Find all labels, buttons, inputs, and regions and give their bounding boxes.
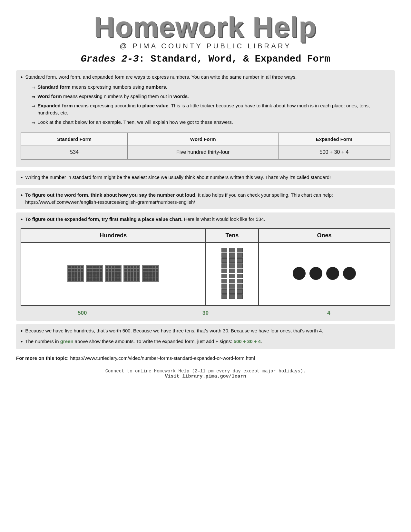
intro-section: • Standard form, word form, and expanded… (16, 70, 395, 167)
sub-text-2: Word form means expressing numbers by sp… (37, 93, 189, 100)
col-hundreds: Hundreds (21, 229, 206, 242)
bullet-dot: • (21, 74, 23, 82)
standard-form-section: • Writing the number in standard form mi… (16, 171, 395, 185)
arrow-icon-2: ⇒ (32, 94, 35, 100)
hundred-block-1 (67, 265, 84, 282)
tens-rods (209, 248, 255, 299)
hundreds-blocks (24, 265, 202, 282)
sub-text-3: Expanded form means expressing according… (37, 102, 390, 117)
table-row: 534 Five hundred thirty-four 500 + 30 + … (21, 145, 390, 159)
tens-cell (206, 242, 259, 306)
ten-rod-1 (221, 248, 227, 299)
place-header-row: Hundreds Tens Ones (21, 229, 390, 242)
footer: Connect to online Homework Help (2–11 pm… (16, 369, 395, 379)
bullet-dot-3: • (21, 192, 23, 200)
ones-dots (262, 267, 387, 280)
col-standard-form: Standard Form (21, 133, 128, 145)
main-title: Homework Help (16, 13, 395, 41)
standard-text: Writing the number in standard form migh… (25, 174, 390, 181)
ones-value: 4 (267, 309, 390, 318)
one-dot-4 (343, 267, 356, 280)
more-info-section: For more on this topic: https://www.turt… (16, 354, 395, 362)
intro-text: Standard form, word form, and expanded f… (25, 74, 390, 128)
one-dot-2 (309, 267, 322, 280)
more-info-url: https://www.turtlediary.com/video/number… (70, 355, 255, 361)
grades-label: Grades 2-3 (81, 54, 139, 64)
bottom-bullet-1: • Because we have five hundreds, that's … (21, 327, 390, 335)
sub-text-1: Standard form means expressing numbers u… (37, 84, 167, 91)
sub-bullet-3: ⇒ Expanded form means expressing accordi… (32, 102, 390, 117)
bottom-bullets-section: • Because we have five hundreds, that's … (16, 324, 395, 349)
col-tens: Tens (206, 229, 259, 242)
word-form-section: • To figure out the word form, think abo… (16, 188, 395, 209)
table-header-row: Standard Form Word Form Expanded Form (21, 133, 390, 145)
green-text: green (60, 339, 73, 344)
hundred-block-5 (142, 265, 159, 282)
ten-rod-3 (237, 248, 243, 299)
ten-rod-2 (229, 248, 235, 299)
bottom-text-2: The numbers in green above show these am… (25, 338, 390, 345)
page-title: Grades 2-3: Standard, Word, & Expanded F… (16, 54, 395, 64)
expanded-form-section: • To figure out the expanded form, try f… (16, 212, 395, 321)
sub-bullet-2: ⇒ Word form means expressing numbers by … (32, 93, 390, 100)
table-cell-expanded: 500 + 30 + 4 (279, 145, 390, 159)
bullet-dot-4: • (21, 216, 23, 224)
hundreds-cell (21, 242, 206, 306)
hundred-block-4 (123, 265, 140, 282)
table-cell-standard: 534 (21, 145, 128, 159)
bottom-text-1: Because we have five hundreds, that's wo… (25, 327, 390, 335)
arrow-icon-4: ⇒ (32, 119, 35, 126)
bottom-bullet-2: • The numbers in green above show these … (21, 338, 390, 346)
hundred-block-3 (105, 265, 122, 282)
library-subtitle: @ PIMA COUNTY PUBLIC LIBRARY (16, 42, 395, 50)
hundreds-value: 500 (21, 309, 144, 318)
footer-line1: Connect to online Homework Help (2–11 pm… (16, 369, 395, 374)
header: Homework Help @ PIMA COUNTY PUBLIC LIBRA… (16, 13, 395, 64)
tens-value: 30 (144, 309, 267, 318)
intro-bullet: • Standard form, word form, and expanded… (21, 74, 390, 128)
ones-cell (259, 242, 390, 306)
sub-bullet-1: ⇒ Standard form means expressing numbers… (32, 84, 390, 91)
bullet-dot-2: • (21, 174, 23, 182)
place-visual-row (21, 242, 390, 306)
footer-line2: Visit library.pima.gov/learn (16, 374, 395, 379)
table-cell-word: Five hundred thirty-four (128, 145, 279, 159)
col-expanded-form: Expanded Form (279, 133, 390, 145)
sub-bullet-4: ⇒ Look at the chart below for an example… (32, 119, 390, 126)
sub-text-4: Look at the chart below for an example. … (37, 119, 233, 126)
hundred-block-2 (86, 265, 103, 282)
place-values-row: 500 30 4 (21, 309, 390, 318)
col-ones: Ones (259, 229, 390, 242)
expanded-bullet: • To figure out the expanded form, try f… (21, 216, 390, 224)
forms-table: Standard Form Word Form Expanded Form 53… (21, 133, 390, 160)
expanded-text: To figure out the expanded form, try fir… (25, 216, 390, 223)
place-value-chart: Hundreds Tens Ones (21, 228, 390, 306)
standard-bullet: • Writing the number in standard form mi… (21, 174, 390, 182)
more-info-label: For more on this topic: (16, 355, 69, 361)
sub-bullets: ⇒ Standard form means expressing numbers… (32, 84, 390, 126)
formula-text: 500 + 30 + 4 (234, 339, 261, 344)
bullet-dot-6: • (21, 338, 23, 346)
one-dot-3 (326, 267, 339, 280)
arrow-icon-3: ⇒ (32, 103, 35, 110)
col-word-form: Word Form (128, 133, 279, 145)
arrow-icon-1: ⇒ (32, 84, 35, 91)
word-bullet: • To figure out the word form, think abo… (21, 192, 390, 206)
bullet-dot-5: • (21, 327, 23, 335)
one-dot-1 (293, 267, 306, 280)
word-text: To figure out the word form, think about… (25, 192, 390, 206)
